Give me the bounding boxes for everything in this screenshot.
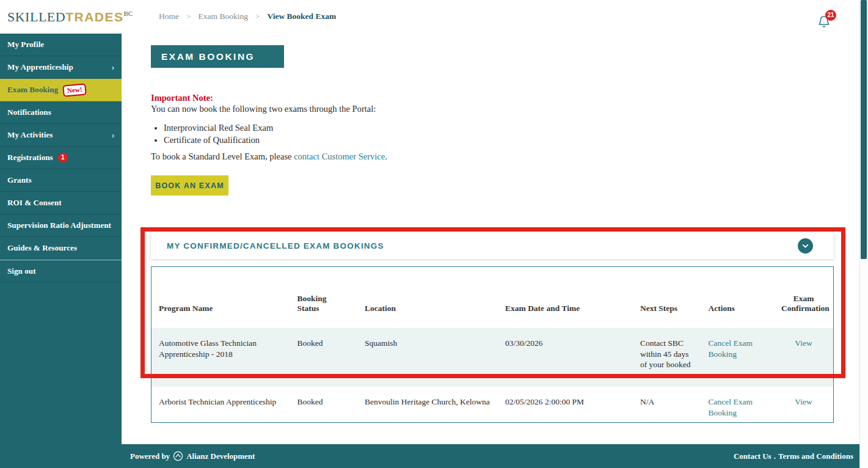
logo-trades-text: TRADES [65, 10, 123, 24]
breadcrumb-separator: > [186, 12, 191, 21]
table-row: Arborist Technician Apprenticeship Booke… [151, 387, 833, 430]
contact-us-link[interactable]: Contact Us [734, 452, 771, 461]
new-badge: New! [62, 83, 87, 97]
table-row: Automotive Glass Technician Apprenticesh… [151, 328, 833, 387]
registrations-count-badge: 1 [58, 153, 68, 163]
sidebar-item-roi-consent[interactable]: ROI & Consent [0, 192, 122, 214]
cell-exam-date: 03/30/2026 [498, 328, 633, 387]
company-name: Alianz Development [186, 452, 255, 461]
exam-types-list: Interprovincial Red Seal Exam Certificat… [164, 123, 273, 147]
alianz-logo-icon [173, 451, 183, 461]
cell-booking-status: Booked [290, 387, 357, 430]
column-header-next-steps: Next Steps [633, 267, 701, 328]
sidebar-item-label: My Activities [7, 130, 53, 140]
bookings-accordion-header[interactable]: MY CONFIRMED/CANCELLED EXAM BOOKINGS [151, 232, 834, 259]
sidebar-item-exam-booking[interactable]: Exam Booking New! [0, 79, 122, 101]
sidebar-item-label: Supervision Ratio Adjustment [7, 221, 111, 230]
sidebar-item-label: Guides & Resources [7, 243, 77, 253]
breadcrumb-current-page: View Booked Exam [267, 12, 336, 21]
powered-by-label: Powered by [130, 452, 170, 461]
accordion-collapse-button[interactable] [798, 238, 813, 254]
sidebar-item-my-activities[interactable]: My Activities › [0, 124, 122, 147]
cell-location: Benvoulin Heritage Church, Kelowna [357, 387, 498, 430]
cell-next-steps: Contact SBC within 45 days of your booke… [633, 328, 701, 387]
sidebar-item-grants[interactable]: Grants [0, 169, 122, 192]
chevron-down-icon [801, 242, 809, 250]
logo-bc-text: BC [124, 10, 133, 17]
top-header: SKILLEDTRADESBC Home > Exam Booking > Vi… [0, 0, 868, 34]
column-header-exam-confirmation: Exam Confirmation [774, 267, 833, 328]
vertical-scrollbar-thumb[interactable] [861, 0, 867, 259]
cell-program-name: Arborist Technician Apprenticeship [151, 387, 290, 430]
sidebar-item-label: My Profile [7, 40, 44, 49]
view-confirmation-link[interactable]: View [795, 397, 812, 406]
page-title: EXAM BOOKING [161, 51, 255, 62]
sidebar-item-label: Sign out [7, 266, 36, 276]
logo-skilled-text: SKILLED [7, 9, 65, 24]
terms-and-conditions-link[interactable]: Terms and Conditions [778, 452, 853, 461]
vertical-scrollbar-track[interactable] [859, 0, 868, 468]
breadcrumb: Home > Exam Booking > View Booked Exam [159, 12, 341, 21]
important-note-body: You can now book the following two exams… [151, 104, 376, 114]
sidebar-item-sign-out[interactable]: Sign out [0, 260, 122, 282]
cancel-exam-booking-link[interactable]: Cancel Exam Booking [709, 338, 753, 359]
important-note-title: Important Note: [151, 93, 213, 103]
breadcrumb-exam-booking[interactable]: Exam Booking [199, 12, 248, 21]
column-header-program-name: Program Name [151, 267, 290, 328]
column-header-actions: Actions [701, 267, 774, 328]
table-header-row: Program Name Booking Status Location Exa… [151, 267, 833, 328]
sidebar-nav: My Profile My Apprenticeship › Exam Book… [0, 34, 122, 468]
bookings-table-card: Program Name Booking Status Location Exa… [151, 266, 834, 423]
cell-program-name: Automotive Glass Technician Apprenticesh… [151, 328, 290, 387]
chevron-right-icon: › [112, 131, 114, 140]
cancel-exam-booking-link[interactable]: Cancel Exam Booking [709, 397, 753, 417]
skilledtradesbc-logo[interactable]: SKILLEDTRADESBC [7, 9, 133, 25]
sidebar-item-my-apprenticeship[interactable]: My Apprenticeship › [0, 56, 122, 79]
bookings-table: Program Name Booking Status Location Exa… [151, 267, 833, 430]
accordion-title: MY CONFIRMED/CANCELLED EXAM BOOKINGS [167, 241, 384, 250]
sidebar-item-label: Notifications [7, 108, 51, 117]
sidebar-item-notifications[interactable]: Notifications [0, 101, 122, 124]
chevron-right-icon: › [112, 63, 114, 72]
contact-customer-service-link[interactable]: contact Customer Service [294, 152, 385, 161]
static-text: . [385, 152, 387, 161]
sidebar-item-label: Exam Booking [7, 85, 58, 95]
footer-powered-by: Powered by Alianz Development [130, 451, 255, 461]
cell-location: Squamish [357, 328, 498, 387]
sidebar-item-guides-resources[interactable]: Guides & Resources [0, 237, 122, 260]
static-text: To book a Standard Level Exam, please [151, 152, 294, 161]
sidebar-item-label: ROI & Consent [7, 198, 62, 208]
sidebar-item-supervision-ratio[interactable]: Supervision Ratio Adjustment [0, 214, 122, 237]
cell-next-steps: N/A [633, 387, 701, 430]
sidebar-item-label: Registrations [7, 153, 53, 163]
column-header-booking-status: Booking Status [290, 267, 357, 328]
footer-links: Contact Us.Terms and Conditions [734, 452, 853, 461]
breadcrumb-home[interactable]: Home [159, 12, 179, 21]
sidebar-item-my-profile[interactable]: My Profile [0, 34, 122, 56]
notification-bell-button[interactable]: 21 [817, 11, 838, 32]
cell-booking-status: Booked [290, 328, 357, 387]
page-title-banner: EXAM BOOKING [151, 45, 284, 68]
footer: Powered by Alianz Development Contact Us… [0, 444, 859, 468]
sidebar-item-label: Grants [7, 175, 32, 185]
breadcrumb-separator: > [255, 12, 260, 21]
column-header-exam-date: Exam Date and Time [498, 267, 633, 328]
standard-exam-note: To book a Standard Level Exam, please co… [151, 152, 387, 162]
footer-link-separator: . [774, 452, 776, 461]
book-an-exam-button[interactable]: BOOK AN EXAM [151, 175, 228, 196]
sidebar-item-label: My Apprenticeship [7, 62, 73, 72]
list-item: Certificate of Qualification [164, 135, 273, 145]
column-header-location: Location [357, 267, 498, 328]
view-confirmation-link[interactable]: View [795, 338, 812, 348]
notification-count-badge: 21 [825, 10, 836, 21]
list-item: Interprovincial Red Seal Exam [164, 123, 273, 133]
sidebar-item-registrations[interactable]: Registrations 1 [0, 147, 122, 169]
cell-exam-date: 02/05/2026 2:00:00 PM [498, 387, 633, 430]
